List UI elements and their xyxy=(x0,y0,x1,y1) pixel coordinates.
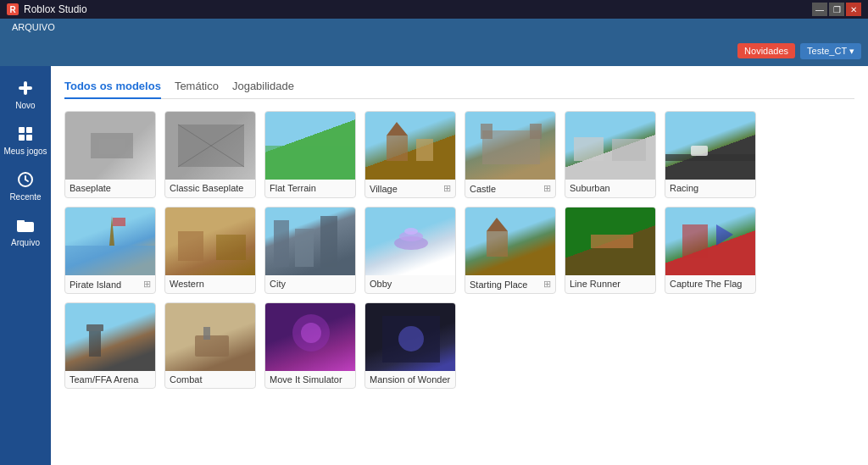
svg-rect-41 xyxy=(591,235,633,248)
titlebar-left: R Roblox Studio xyxy=(7,3,87,15)
sidebar-label-recente: Recente xyxy=(9,192,41,202)
tab-todos[interactable]: Todos os modelos xyxy=(64,76,161,99)
card-capture-the-flag[interactable]: Capture The Flag xyxy=(665,207,756,294)
app-title: Roblox Studio xyxy=(24,3,87,15)
sidebar-label-arquivo: Arquivo xyxy=(11,238,40,247)
svg-rect-30 xyxy=(178,231,203,261)
card-city[interactable]: City xyxy=(264,207,356,294)
card-thumb-suburban xyxy=(565,112,656,180)
card-label-starting-place: Starting Place⊞ xyxy=(465,275,555,293)
card-thumb-village xyxy=(365,112,456,180)
card-label-suburban: Suburban xyxy=(565,180,655,197)
card-move-it-simulator[interactable]: Move It Simulator xyxy=(264,302,356,389)
menubar: ARQUIVO xyxy=(0,19,868,36)
card-label-capture-the-flag: Capture The Flag xyxy=(665,275,755,292)
clock-icon xyxy=(15,169,36,190)
card-thumb-move-it-simulator xyxy=(265,303,356,371)
sidebar-item-novo[interactable]: Novo xyxy=(0,73,51,115)
svg-rect-17 xyxy=(387,136,408,161)
maximize-button[interactable]: ❐ xyxy=(829,3,844,16)
card-label-city: City xyxy=(265,275,355,292)
svg-rect-22 xyxy=(530,124,542,139)
svg-rect-26 xyxy=(691,146,708,156)
card-thumb-baseplate xyxy=(65,112,156,180)
svg-rect-2 xyxy=(19,127,25,133)
card-thumb-combat xyxy=(165,303,256,371)
svg-rect-45 xyxy=(89,331,101,357)
card-castle[interactable]: Castle⊞ xyxy=(465,111,556,198)
tabs: Todos os modelos Temático Jogabilidade xyxy=(64,76,854,99)
card-classic-baseplate[interactable]: Classic Baseplate xyxy=(164,111,256,198)
card-label-western: Western xyxy=(165,275,255,292)
minimize-button[interactable]: — xyxy=(812,3,827,16)
novidades-button[interactable]: Novidades xyxy=(737,43,795,58)
card-label-flat-terrain: Flat Terrain xyxy=(265,180,355,197)
svg-rect-34 xyxy=(320,216,337,267)
card-label-classic-baseplate: Classic Baseplate xyxy=(165,180,255,197)
sidebar-item-meusjogos[interactable]: Meus jogos xyxy=(0,119,51,161)
card-combat[interactable]: Combat xyxy=(164,302,256,389)
card-mansion-of-wonder[interactable]: Mansion of Wonder xyxy=(364,302,456,389)
tab-tematico[interactable]: Temático xyxy=(175,76,219,99)
card-thumb-obby xyxy=(365,208,456,275)
svg-rect-23 xyxy=(574,137,604,161)
svg-marker-43 xyxy=(716,224,733,246)
svg-rect-3 xyxy=(26,127,32,133)
svg-rect-46 xyxy=(195,335,229,357)
card-thumb-starting-place xyxy=(465,208,556,275)
svg-rect-19 xyxy=(416,139,433,161)
card-flat-terrain[interactable]: Flat Terrain xyxy=(264,111,356,198)
card-suburban[interactable]: Suburban xyxy=(565,111,656,198)
card-line-runner[interactable]: Line Runner xyxy=(565,207,656,294)
svg-rect-47 xyxy=(203,327,210,340)
bookmark-icon: ⊞ xyxy=(443,183,451,194)
card-racing[interactable]: Racing xyxy=(665,111,756,198)
card-thumb-city xyxy=(265,208,356,275)
sidebar: Novo Meus jogos Recente xyxy=(0,66,51,465)
app-icon: R xyxy=(7,3,19,15)
svg-rect-44 xyxy=(86,324,103,331)
svg-rect-10 xyxy=(17,220,25,224)
sidebar-label-meusjogos: Meus jogos xyxy=(3,147,47,156)
svg-rect-12 xyxy=(99,139,125,154)
tab-jogabilidade[interactable]: Jogabilidade xyxy=(232,76,294,99)
card-thumb-castle xyxy=(465,112,556,180)
plus-icon xyxy=(15,78,36,98)
svg-point-49 xyxy=(301,323,321,343)
card-pirate-island[interactable]: Pirate Island⊞ xyxy=(64,207,156,294)
card-thumb-western xyxy=(165,208,256,275)
svg-rect-4 xyxy=(19,135,25,141)
svg-rect-27 xyxy=(65,246,156,275)
card-thumb-mansion-of-wonder xyxy=(365,303,456,371)
card-baseplate[interactable]: Baseplate xyxy=(64,111,156,198)
card-obby[interactable]: Obby xyxy=(364,207,456,294)
svg-rect-24 xyxy=(612,139,646,161)
card-western[interactable]: Western xyxy=(164,207,256,294)
titlebar: R Roblox Studio — ❐ ✕ xyxy=(0,0,868,19)
cards-grid: BaseplateClassic BaseplateFlat TerrainVi… xyxy=(64,111,854,389)
svg-rect-25 xyxy=(665,154,756,161)
bookmark-icon: ⊞ xyxy=(143,279,151,290)
card-label-team-ffa: Team/FFA Arena xyxy=(65,371,155,388)
svg-point-51 xyxy=(398,326,424,352)
card-label-move-it-simulator: Move It Simulator xyxy=(265,371,355,388)
sidebar-item-recente[interactable]: Recente xyxy=(0,164,51,207)
card-label-combat: Combat xyxy=(165,371,255,388)
sidebar-item-arquivo[interactable]: Arquivo xyxy=(0,210,51,252)
card-team-ffa[interactable]: Team/FFA Arena xyxy=(64,302,156,389)
svg-marker-39 xyxy=(487,218,508,231)
close-button[interactable]: ✕ xyxy=(846,3,861,16)
card-starting-place[interactable]: Starting Place⊞ xyxy=(465,207,556,294)
menu-arquivo[interactable]: ARQUIVO xyxy=(7,22,60,32)
sidebar-label-novo: Novo xyxy=(15,101,35,110)
user-button[interactable]: Teste_CT ▾ xyxy=(800,43,861,59)
card-village[interactable]: Village⊞ xyxy=(364,111,456,198)
window-controls[interactable]: — ❐ ✕ xyxy=(812,3,861,16)
actionbar: Novidades Teste_CT ▾ xyxy=(0,36,868,66)
svg-rect-32 xyxy=(274,220,289,267)
card-thumb-capture-the-flag xyxy=(665,208,756,275)
card-label-racing: Racing xyxy=(665,180,755,197)
svg-rect-42 xyxy=(682,224,708,258)
main-layout: Novo Meus jogos Recente xyxy=(0,66,868,465)
card-label-baseplate: Baseplate xyxy=(65,180,155,197)
